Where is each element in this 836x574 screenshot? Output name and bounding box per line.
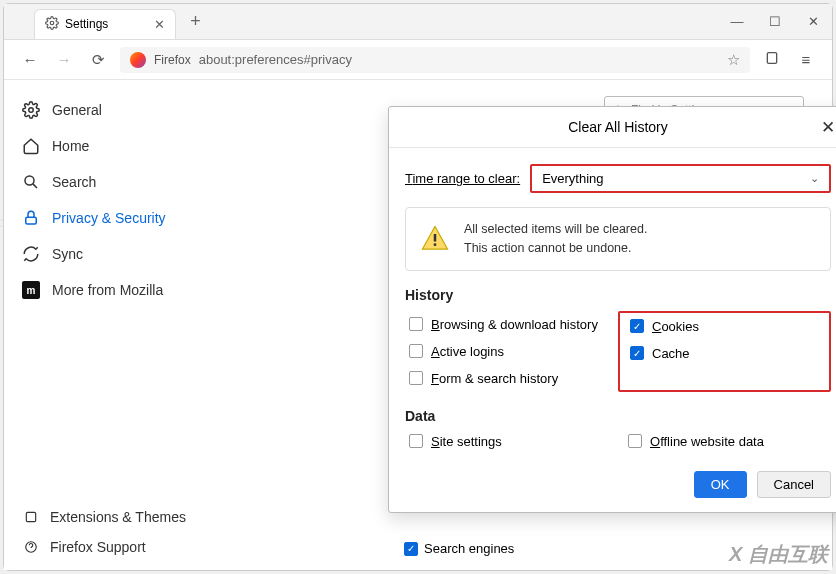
toolbar: ← → ⟳ Firefox about:preferences#privacy …: [4, 40, 832, 80]
url-bar[interactable]: Firefox about:preferences#privacy ☆: [120, 47, 750, 73]
window-controls: — ☐ ✕: [718, 6, 832, 38]
url-prefix: Firefox: [154, 53, 191, 67]
sidebar-footer: Extensions & Themes Firefox Support: [4, 502, 204, 562]
gear-icon: [45, 16, 59, 33]
warning-line2: This action cannot be undone.: [464, 239, 647, 258]
search-engines-label: Search engines: [424, 541, 514, 556]
svg-point-2: [29, 108, 34, 113]
menu-button[interactable]: ≡: [794, 51, 818, 68]
warning-line1: All selected items will be cleared.: [464, 220, 647, 239]
svg-rect-6: [26, 512, 35, 521]
ok-button[interactable]: OK: [694, 471, 747, 498]
warning-box: All selected items will be cleared. This…: [405, 207, 831, 271]
warning-icon: [420, 224, 450, 254]
chevron-down-icon: ⌄: [810, 172, 819, 185]
mozilla-icon: m: [22, 281, 40, 299]
gear-icon: [22, 101, 40, 119]
tab-close-icon[interactable]: ✕: [154, 17, 165, 32]
data-section-title: Data: [405, 408, 831, 424]
dialog-buttons: OK Cancel: [405, 471, 831, 498]
minimize-button[interactable]: —: [718, 6, 756, 38]
browser-tab[interactable]: Settings ✕: [34, 9, 176, 39]
shield-icon[interactable]: [760, 50, 784, 69]
checkbox-icon[interactable]: [628, 434, 642, 448]
check-cache[interactable]: ✓Cache: [630, 346, 819, 361]
time-range-value: Everything: [542, 171, 603, 186]
time-range-label: Time range to clear:: [405, 171, 520, 186]
sync-icon: [22, 245, 40, 263]
checkbox-icon[interactable]: [409, 434, 423, 448]
tab-title: Settings: [65, 17, 108, 31]
history-checks: Browsing & download history Active login…: [405, 311, 831, 392]
sidebar-item-label: General: [52, 102, 102, 118]
checkbox-icon[interactable]: ✓: [630, 346, 644, 360]
check-browsing-history[interactable]: Browsing & download history: [409, 317, 614, 332]
back-button[interactable]: ←: [18, 51, 42, 68]
close-button[interactable]: ✕: [794, 6, 832, 38]
question-icon: [22, 538, 40, 556]
check-cookies[interactable]: ✓Cookies: [630, 319, 819, 334]
history-section-title: History: [405, 287, 831, 303]
maximize-button[interactable]: ☐: [756, 6, 794, 38]
check-site-settings[interactable]: Site settings: [409, 434, 614, 449]
sidebar-item-sync[interactable]: Sync: [4, 236, 204, 272]
sidebar-item-label: Privacy & Security: [52, 210, 166, 226]
main-panel: Find in Settings credit cards. Learn mor…: [204, 80, 832, 570]
reload-button[interactable]: ⟳: [86, 51, 110, 69]
sidebar-item-label: Home: [52, 138, 89, 154]
sidebar-item-label: Sync: [52, 246, 83, 262]
sidebar-item-home[interactable]: Home: [4, 128, 204, 164]
watermark-brand: X 自由互联: [729, 541, 828, 568]
browser-window: Settings ✕ + — ☐ ✕ ← → ⟳ Firefox about:p…: [3, 3, 833, 571]
checkbox-icon[interactable]: [409, 317, 423, 331]
dialog-close-icon[interactable]: ✕: [821, 117, 835, 138]
dialog-title: Clear All History ✕: [389, 107, 836, 148]
lock-icon: [22, 209, 40, 227]
firefox-icon: [130, 52, 146, 68]
sidebar-item-search[interactable]: Search: [4, 164, 204, 200]
search-icon: [22, 173, 40, 191]
sidebar-item-more[interactable]: m More from Mozilla: [4, 272, 204, 308]
time-range-row: Time range to clear: Everything ⌄: [405, 164, 831, 193]
sidebar-footer-label: Extensions & Themes: [50, 509, 186, 525]
url-path: about:preferences#privacy: [199, 52, 352, 67]
svg-line-4: [33, 184, 37, 188]
svg-rect-1: [767, 53, 776, 64]
check-active-logins[interactable]: Active logins: [409, 344, 614, 359]
time-range-select[interactable]: Everything ⌄: [530, 164, 831, 193]
new-tab-button[interactable]: +: [184, 11, 207, 32]
sidebar-item-label: Search: [52, 174, 96, 190]
sidebar-item-label: More from Mozilla: [52, 282, 163, 298]
forward-button[interactable]: →: [52, 51, 76, 68]
cancel-button[interactable]: Cancel: [757, 471, 831, 498]
bookmark-star-icon[interactable]: ☆: [727, 51, 740, 69]
sidebar-item-support[interactable]: Firefox Support: [4, 532, 204, 562]
sidebar-footer-label: Firefox Support: [50, 539, 146, 555]
search-engines-option[interactable]: ✓ Search engines: [404, 541, 514, 556]
puzzle-icon: [22, 508, 40, 526]
titlebar: Settings ✕ + — ☐ ✕: [4, 4, 832, 40]
check-form-history[interactable]: Form & search history: [409, 371, 614, 386]
data-checks: Site settings Offline website data: [405, 430, 831, 453]
sidebar-item-privacy[interactable]: Privacy & Security: [4, 200, 204, 236]
svg-point-0: [50, 21, 54, 25]
sidebar-item-extensions[interactable]: Extensions & Themes: [4, 502, 204, 532]
content-area: General Home Search Privacy & Security: [4, 80, 832, 570]
checkbox-icon[interactable]: [409, 344, 423, 358]
settings-sidebar: General Home Search Privacy & Security: [4, 80, 204, 570]
svg-rect-5: [26, 217, 37, 224]
svg-rect-10: [434, 234, 437, 242]
check-offline-data[interactable]: Offline website data: [628, 434, 821, 449]
sidebar-item-general[interactable]: General: [4, 92, 204, 128]
checkbox-icon[interactable]: ✓: [404, 542, 418, 556]
checkbox-icon[interactable]: [409, 371, 423, 385]
svg-rect-11: [434, 243, 437, 246]
clear-history-dialog: Clear All History ✕ Time range to clear:…: [388, 106, 836, 513]
home-icon: [22, 137, 40, 155]
checkbox-icon[interactable]: ✓: [630, 319, 644, 333]
svg-point-3: [25, 176, 34, 185]
